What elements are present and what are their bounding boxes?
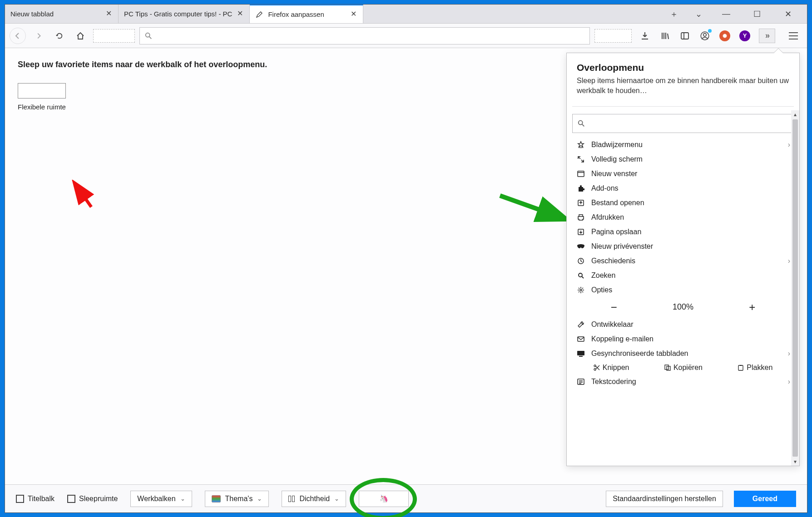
theme-icon [212, 495, 221, 502]
overflow-zoom-controls: − 100% + [572, 297, 794, 317]
chevron-down-icon: ⌄ [257, 495, 262, 502]
close-icon[interactable]: ✕ [349, 10, 357, 19]
overflow-item-savepage[interactable]: Pagina opslaan [572, 225, 794, 239]
overflow-description: Sleep items hiernaartoe om ze binnen han… [577, 76, 789, 96]
file-open-icon [576, 198, 586, 208]
svg-point-0 [146, 33, 150, 37]
fullscreen-icon [576, 154, 586, 164]
toolbars-dropdown[interactable]: Werkbalken⌄ [130, 491, 192, 507]
customize-space-placeholder[interactable] [93, 29, 135, 43]
svg-point-14 [580, 289, 582, 291]
scroll-thumb[interactable] [792, 119, 798, 457]
themes-dropdown[interactable]: Thema's⌄ [205, 491, 269, 507]
restore-defaults-button[interactable]: Standaardinstellingen herstellen [606, 491, 723, 507]
tab-pctips[interactable]: PC Tips - Gratis computer tips! - PC ✕ [119, 5, 250, 23]
svg-rect-17 [579, 356, 583, 357]
overflow-item-synctabs[interactable]: Gesynchroniseerde tabbladen› [572, 346, 794, 361]
overflow-item-developer[interactable]: Ontwikkelaar [572, 317, 794, 332]
url-bar[interactable] [139, 27, 590, 44]
device-icon [576, 349, 586, 359]
close-icon[interactable]: ✕ [236, 10, 244, 18]
overflow-item-fullscreen[interactable]: Volledig scherm [572, 152, 794, 167]
window-close-icon[interactable]: ✕ [780, 9, 796, 19]
scroll-down-icon[interactable]: ▾ [791, 458, 799, 466]
svg-rect-16 [577, 351, 584, 355]
svg-line-5 [75, 184, 91, 207]
tab-customize[interactable]: Firefox aanpassen ✕ [250, 5, 363, 23]
overflow-item-newwindow[interactable]: Nieuw venster [572, 167, 794, 181]
unicorn-button[interactable]: 🦄 [359, 491, 409, 507]
density-dropdown[interactable]: Dichtheid⌄ [282, 491, 346, 507]
overflow-item-private[interactable]: Nieuw privévenster [572, 239, 794, 254]
forward-button[interactable] [30, 28, 47, 44]
new-tab-button[interactable]: ＋ [669, 9, 679, 19]
overflow-item-email[interactable]: Koppeling e-mailen [572, 332, 794, 346]
density-icon [288, 496, 295, 502]
encoding-icon [576, 377, 586, 387]
scrollbar[interactable]: ▴ ▾ [791, 110, 799, 466]
done-button[interactable]: Gereed [734, 491, 796, 507]
overflow-item-openfile[interactable]: Bestand openen [572, 196, 794, 210]
flexible-space-label: Flexibele ruimte [18, 103, 66, 111]
back-button[interactable] [10, 28, 26, 44]
app-menu-button[interactable] [787, 30, 800, 42]
tab-new[interactable]: Nieuw tabblad ✕ [5, 5, 119, 23]
svg-point-13 [579, 273, 582, 277]
overflow-button[interactable]: » [759, 29, 775, 43]
scroll-up-icon[interactable]: ▴ [791, 110, 799, 118]
downloads-icon[interactable] [639, 30, 651, 42]
extension-icon-duckduckgo[interactable] [719, 30, 731, 42]
overflow-item-print[interactable]: Afdrukken [572, 210, 794, 225]
overflow-menu-panel: Overloopmenu Sleep items hiernaartoe om … [566, 53, 800, 466]
close-icon[interactable]: ✕ [104, 10, 113, 18]
zoom-in-button[interactable]: + [746, 301, 758, 314]
paintbrush-icon [255, 10, 263, 19]
annotation-red-arrow-icon [71, 180, 98, 212]
tab-label: Nieuw tabblad [10, 10, 101, 18]
account-icon[interactable] [699, 30, 711, 42]
svg-point-3 [703, 33, 707, 36]
reload-button[interactable] [51, 28, 68, 44]
copy-icon [664, 364, 671, 371]
overflow-item-search[interactable]: Zoeken [572, 268, 794, 283]
sidebar-icon[interactable] [679, 30, 691, 42]
chevron-down-icon: ⌄ [334, 495, 339, 502]
customize-space-placeholder[interactable] [594, 29, 632, 43]
customize-instruction: Sleep uw favoriete items naar de werkbal… [18, 60, 554, 69]
svg-point-18 [594, 369, 596, 370]
copy-button[interactable]: Kopiëren [664, 364, 703, 372]
all-tabs-button[interactable]: ⌄ [693, 9, 703, 19]
svg-rect-22 [738, 365, 743, 370]
svg-rect-23 [740, 365, 742, 366]
dragspace-checkbox[interactable]: Sleepruimte [67, 495, 118, 503]
extension-icon-y[interactable]: Y [739, 30, 751, 42]
titlebar-checkbox[interactable]: Titelbalk [16, 495, 54, 503]
overflow-item-bookmarks[interactable]: Bladwijzermenu› [572, 138, 794, 152]
svg-rect-1 [681, 33, 688, 39]
paste-button[interactable]: Plakken [738, 364, 772, 372]
window-minimize-icon[interactable]: — [718, 9, 734, 19]
overflow-item-history[interactable]: Geschiedenis› [572, 254, 794, 268]
library-icon[interactable] [659, 30, 671, 42]
chevron-right-icon: › [788, 350, 790, 358]
home-button[interactable] [72, 28, 89, 44]
chevron-right-icon: › [788, 378, 790, 386]
window-maximize-icon[interactable]: ☐ [749, 9, 765, 19]
search-icon [577, 119, 585, 128]
clipboard-icon [738, 364, 744, 371]
flexible-space-box [18, 83, 66, 98]
chevron-right-icon: › [788, 141, 790, 149]
overflow-search-input[interactable] [572, 114, 794, 133]
svg-line-7 [500, 196, 564, 218]
cut-button[interactable]: Knippen [594, 364, 629, 372]
scissors-icon [594, 364, 600, 371]
flexible-space-item[interactable]: Flexibele ruimte [18, 83, 66, 111]
zoom-out-button[interactable]: − [608, 301, 620, 314]
overflow-item-encoding[interactable]: Tekstcodering› [572, 374, 794, 389]
tab-label: Firefox aanpassen [268, 10, 346, 18]
zoom-value: 100% [673, 302, 693, 312]
overflow-item-options[interactable]: Opties [572, 283, 794, 297]
chevron-right-icon: › [788, 257, 790, 265]
navigation-toolbar: Y » [5, 24, 807, 48]
overflow-item-addons[interactable]: Add-ons [572, 181, 794, 196]
